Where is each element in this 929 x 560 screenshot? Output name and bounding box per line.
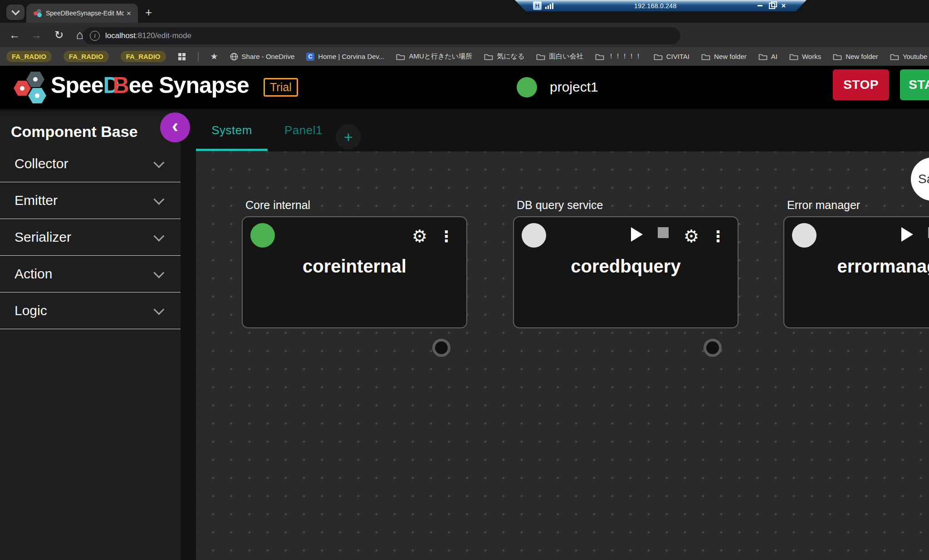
sidebar-item-collector[interactable]: Collector [0,146,181,182]
start-button[interactable]: START [900,69,929,100]
main-area: Component Base ‹ Collector Emitter Seria… [0,109,929,560]
flow-canvas[interactable]: Core internal ⚙ ⋮ coreinternal DB query … [196,151,929,560]
sidebar-collapse-button[interactable]: ‹ [160,112,190,142]
chevron-down-icon [153,267,164,278]
component-card-coredbquery[interactable]: ⚙ ⋮ coredbquery [513,216,738,328]
site-favicon: C [306,53,314,61]
app-header: SpeeDBee Synapse Trial project1 STOP STA… [0,66,929,109]
bookmark-pill[interactable]: FA_RADIO [6,51,52,62]
address-bar[interactable]: i localhost:8120/edit-mode [83,27,680,44]
tab-title: SpeeDBeeSynapse-Edit Mode [46,10,124,17]
project-name: project1 [550,79,598,95]
site-info-icon[interactable]: i [90,31,100,41]
component-card-errormanager[interactable]: ⚙ ⋮ errormanager [783,216,929,328]
signal-bars-icon [545,3,553,9]
play-icon[interactable] [631,227,643,242]
bookmark-item[interactable]: Youtube [890,53,928,60]
chevron-down-icon [153,304,164,315]
reload-icon[interactable]: ↻ [51,23,67,47]
bookmark-item[interactable]: CHome | Corvina Dev... [306,53,384,61]
restore-icon[interactable] [769,3,775,9]
chevron-down-icon [153,230,164,241]
sidebar-item-action[interactable]: Action [0,256,181,292]
status-dot [522,223,546,248]
status-dot [792,223,817,248]
close-icon[interactable]: × [782,2,786,10]
trial-badge: Trial [264,78,298,97]
bookmark-item[interactable]: 面白い会社 [536,52,583,61]
bookmark-item[interactable]: CIVITAI [654,53,689,60]
project-status-dot [517,77,537,97]
gear-icon[interactable]: ⚙ [682,227,700,245]
bookmark-item[interactable]: ！！！！！ [595,52,642,61]
component-name: coreinternal [243,256,466,277]
component-card-coreinternal[interactable]: ⚙ ⋮ coreinternal [242,216,467,328]
remote-desktop-bar: H 192.168.0.248 × [515,0,807,11]
bookmark-item[interactable]: FA_RADIO [64,51,109,62]
chevron-down-icon [153,157,164,168]
brand-title: SpeeDBee Synapse [51,72,249,98]
bookmarks-bar: FA_RADIOFA_RADIOFA_RADIO★Share - OneDriv… [0,47,929,66]
sidebar-item-serializer[interactable]: Serializer [0,219,181,256]
bookmark-item[interactable]: Works [789,53,821,60]
kebab-menu-icon[interactable]: ⋮ [713,227,724,245]
stop-icon[interactable] [658,227,669,238]
status-dot [250,223,275,248]
chevron-down-icon [153,194,164,205]
browser-toolbar: ← → ↻ ⌂ i localhost:8120/edit-mode [0,23,929,47]
new-tab-button[interactable]: + [145,5,152,19]
bookmark-item[interactable]: New folder [833,53,878,60]
tab-search-button[interactable] [6,5,24,20]
sidebar-title: Component Base [11,117,138,146]
forward-icon[interactable]: → [28,23,44,47]
chevron-left-icon: ‹ [172,117,178,136]
panel-tabs: System Panel1 + [196,109,929,151]
bookmark-pill[interactable]: FA_RADIO [121,51,166,62]
remote-ip-address: 192.168.0.248 [553,2,758,10]
add-panel-button[interactable]: + [336,124,361,150]
editor-content: System Panel1 + Core internal ⚙ ⋮ corein… [181,109,929,560]
browser-tab[interactable]: SpeeDBeeSynapse-Edit Mode × [26,4,138,23]
gear-icon[interactable]: ⚙ [411,227,429,245]
tab-panel1[interactable]: Panel1 [268,109,339,151]
bookmark-item[interactable]: AI [758,53,777,60]
bookmark-item[interactable]: FA_RADIO [6,51,52,62]
sidebar-item-logic[interactable]: Logic [0,292,181,329]
stop-button[interactable]: STOP [833,69,889,100]
card-label: Error manager [787,199,860,212]
bookmark-item[interactable]: New folder [701,53,747,60]
bookmark-item[interactable]: Share - OneDrive [230,53,295,61]
bookmarks-separator [198,52,199,62]
minimize-icon[interactable] [758,5,763,6]
bookmark-item[interactable]: FA_RADIO [121,51,166,62]
star-icon[interactable]: ★ [210,51,218,62]
component-name: coredbquery [514,256,738,277]
url-text[interactable]: localhost:8120/edit-mode [105,31,191,40]
connection-port[interactable] [704,339,722,357]
tab-close-icon[interactable]: × [127,10,131,17]
speedbee-logo-icon [14,71,48,104]
apps-grid-icon[interactable] [178,53,186,61]
chevron-down-icon [11,7,20,15]
connection-port[interactable] [432,339,450,357]
sidebar-item-emitter[interactable]: Emitter [0,182,181,219]
component-base-sidebar: Component Base ‹ Collector Emitter Seria… [0,109,181,560]
component-name: errormanager [784,256,929,277]
bookmark-item[interactable]: 気になる [484,52,524,61]
kebab-menu-icon[interactable]: ⋮ [441,227,452,245]
application-window: SpeeDBeeSynapse-Edit Mode × + H 192.168.… [0,0,929,560]
back-icon[interactable]: ← [6,23,23,47]
remote-app-icon: H [533,1,542,10]
bookmark-pill[interactable]: FA_RADIO [64,51,109,62]
app-favicon-icon [34,9,42,17]
card-label: Core internal [245,199,310,212]
active-tab-underline [196,149,268,151]
bookmark-item[interactable]: AMUと行きたい場所 [396,52,472,61]
card-label: DB query service [517,199,603,212]
tab-system[interactable]: System [196,109,268,151]
play-icon[interactable] [901,227,913,242]
save-button[interactable]: Save [911,157,929,201]
